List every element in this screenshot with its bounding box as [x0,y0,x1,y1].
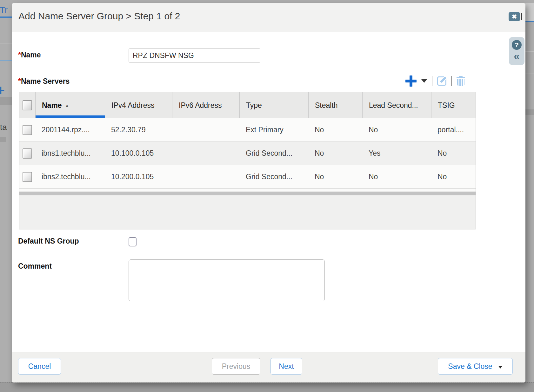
sort-asc-icon: ▲ [65,103,69,108]
add-icon[interactable] [405,75,417,87]
required-marker: * [18,77,21,85]
toolbar-divider [451,76,452,86]
dialog-footer: Cancel Previous Next Save & Close [12,352,525,382]
header-divider [521,13,522,20]
cell-type: Ext Primary [239,126,308,134]
default-ns-group-label: Default NS Group [18,237,79,245]
add-dropdown-caret-icon[interactable] [421,79,427,83]
sorted-column-underline [36,115,105,118]
save-and-close-button[interactable]: Save & Close [438,358,513,375]
comment-label: Comment [18,262,52,271]
background-bottom-band [0,382,534,392]
edit-icon[interactable] [437,76,446,86]
cell-ipv4: 52.2.30.79 [105,126,172,134]
name-label: *Name [18,51,41,59]
cell-name: ibns2.techblu... [35,173,105,181]
cell-stealth: No [308,173,362,181]
help-icon[interactable]: ? [512,40,522,50]
cell-tsig: portal.... [431,126,476,134]
background-divider [0,43,12,43]
table-header-row: Name ▲ IPv4 Address IPv6 Address Type St… [19,92,476,118]
previous-button[interactable]: Previous [212,358,260,375]
header-cell-ipv6[interactable]: IPv6 Address [172,92,239,118]
dialog-header: Add Name Server Group > Step 1 of 2 ✖ [12,3,525,32]
save-dropdown-caret-icon[interactable] [498,366,503,369]
help-panel: ? « [509,37,524,65]
cell-type: Grid Second... [239,173,308,181]
next-button[interactable]: Next [270,358,302,375]
row-select-cell [19,172,35,182]
row-checkbox[interactable] [23,172,32,182]
collapse-icon[interactable]: « [514,50,520,62]
pencil-icon [440,76,447,83]
cell-lead-secondary: No [362,173,431,181]
header-cell-stealth[interactable]: Stealth [308,92,362,118]
name-input[interactable] [129,48,260,63]
background-tab-text: Tr [0,5,8,15]
default-ns-group-checkbox[interactable] [129,237,137,246]
close-icon[interactable]: ✖ [509,12,520,21]
trash-lid [457,77,465,78]
header-cell-tsig[interactable]: TSIG [431,92,476,118]
trash-icon[interactable] [457,76,465,86]
background-icon-fragment: + [0,82,5,99]
cancel-button[interactable]: Cancel [18,358,61,375]
name-servers-toolbar [405,75,465,87]
header-cell-lead-secondary[interactable]: Lead Second... [362,92,431,118]
dialog-title: Add Name Server Group > Step 1 of 2 [18,11,180,22]
table-spacer [19,189,476,192]
save-and-close-label: Save & Close [448,362,492,371]
cell-stealth: No [308,149,362,158]
table-row[interactable]: 2001144.rpz.... 52.2.30.79 Ext Primary N… [19,118,476,142]
cell-lead-secondary: No [362,126,431,134]
header-cell-select [19,92,35,118]
table-row[interactable]: ibns2.techblu... 10.200.0.105 Grid Secon… [19,165,476,189]
table-empty-area [19,195,476,230]
background-band [525,109,534,115]
row-select-cell [19,148,35,159]
header-cell-type[interactable]: Type [239,92,308,118]
background-divider [0,60,12,61]
background-accent-line [0,16,12,18]
header-cell-ipv4[interactable]: IPv4 Address [105,92,172,118]
required-marker: * [18,51,21,59]
cell-lead-secondary: Yes [362,149,431,158]
comment-textarea[interactable] [129,259,325,301]
cell-tsig: No [431,149,476,158]
cell-ipv4: 10.200.0.105 [105,173,172,181]
table-row[interactable]: ibns1.techblu... 10.100.0.105 Grid Secon… [19,142,476,165]
header-cell-name[interactable]: Name ▲ [35,92,105,118]
background-band [0,137,6,142]
trash-body [457,79,464,86]
name-servers-table: Name ▲ IPv4 Address IPv6 Address Type St… [19,92,476,229]
cell-name: 2001144.rpz.... [35,126,105,134]
background-divider [525,51,534,52]
row-checkbox[interactable] [23,148,32,159]
cell-type: Grid Second... [239,149,308,158]
row-select-cell [19,125,35,135]
toolbar-divider [432,76,432,86]
cell-ipv4: 10.100.0.105 [105,149,172,158]
screen: Tr + ta Add Name Server Group > Step 1 o… [0,0,534,392]
row-checkbox[interactable] [23,125,32,135]
background-divider [525,74,534,74]
select-all-checkbox[interactable] [23,100,32,110]
cell-name: ibns1.techblu... [35,149,105,158]
cell-tsig: No [431,173,476,181]
cell-stealth: No [308,126,362,134]
background-text: ta [0,122,7,132]
name-servers-label: *Name Servers [18,77,70,86]
add-name-server-group-dialog: Add Name Server Group > Step 1 of 2 ✖ ? … [12,3,525,382]
horizontal-scrollbar[interactable] [19,192,476,195]
